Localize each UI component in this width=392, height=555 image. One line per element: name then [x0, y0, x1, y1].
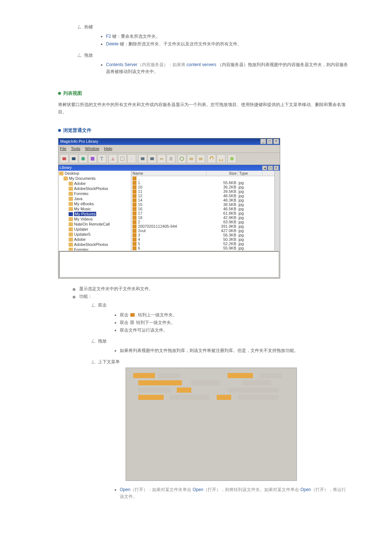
hotkey-delete: Delete 键：删除所选文件夹、子文件夹以及这些文件夹中的所有文件。: [106, 40, 348, 48]
browse-heading: 浏览普通文件: [58, 127, 348, 134]
tree-item[interactable]: Desktop: [58, 171, 131, 176]
table-row[interactable]: 1448.3KBjpg: [131, 198, 274, 202]
tree-item[interactable]: NateOn RemoteCall: [58, 222, 131, 227]
details-pane: [59, 251, 279, 278]
pane-min-button[interactable]: ◂: [262, 166, 267, 170]
tree-item[interactable]: Formtec: [58, 191, 131, 196]
scrollbar[interactable]: [274, 171, 280, 251]
table-row[interactable]: 155.6KBjpg: [131, 181, 274, 185]
svg-marker-5: [111, 157, 115, 161]
tree-item[interactable]: Java: [58, 196, 131, 201]
svg-rect-7: [130, 157, 134, 160]
open-item: Open（打开）：如果对某文件夹单击 Open（打开），则将转到该文件夹。如果对…: [120, 486, 348, 501]
tool-btn[interactable]: [217, 154, 225, 163]
library-window: MagicInfo Pro Library _ □ × File Tools W…: [58, 138, 280, 279]
minimize-button[interactable]: _: [260, 139, 266, 144]
func-item: 功能： 双击 双击 . 转到上一级文件夹。 双击 转到下一级文件夹。 双击文件可…: [73, 293, 348, 508]
tool-btn[interactable]: [148, 154, 156, 163]
pane-max-button[interactable]: □: [268, 166, 273, 170]
tool-btn[interactable]: [79, 154, 87, 163]
tree-item[interactable]: AdobeStockPhotos: [58, 186, 131, 191]
table-row[interactable]: 655.9KBjpg: [131, 246, 274, 250]
tree-item[interactable]: My Documents: [58, 176, 131, 181]
folder-up-icon: [130, 313, 135, 317]
table-row[interactable]: ..: [131, 176, 274, 181]
tool-btn[interactable]: [157, 154, 166, 163]
svg-rect-8: [141, 157, 144, 160]
table-row[interactable]: 1761.8KBjpg: [131, 211, 274, 215]
tool-btn[interactable]: [138, 154, 147, 163]
menu-bar[interactable]: File Tools Window Help: [58, 145, 280, 153]
listview-heading: 列表视图: [58, 90, 348, 97]
tree-item[interactable]: Adobe: [58, 237, 131, 242]
tool-btn[interactable]: [196, 154, 205, 163]
folder-icon: [130, 320, 134, 324]
tree-item[interactable]: My Videos: [58, 216, 131, 222]
tool-btn[interactable]: [177, 154, 186, 163]
table-row[interactable]: 1842.9KBjpg: [131, 215, 274, 220]
drag-contents-server: Contents Server（内容服务器）：如果将 content serve…: [106, 61, 348, 76]
svg-text:T: T: [100, 156, 103, 161]
tree-item[interactable]: Formtec: [58, 247, 131, 251]
title-bar[interactable]: MagicInfo Pro Library _ □ ×: [58, 138, 280, 145]
tree-item[interactable]: My Pictures: [58, 211, 131, 216]
tool-btn[interactable]: T: [98, 154, 106, 163]
dblclick-down: 双击 转到下一级文件夹。: [120, 319, 348, 327]
svg-point-2: [81, 157, 85, 161]
tree-item[interactable]: Updater: [58, 227, 131, 232]
drag-to-lib: 如果将列表视图中的文件拖放到库，则该文件将被注册到库。但是，文件夹不支持拖放功能…: [120, 347, 348, 355]
tree-item[interactable]: My eBooks: [58, 201, 131, 206]
svg-rect-10: [170, 157, 172, 161]
table-row[interactable]: 1036.2KBjpg: [131, 185, 274, 189]
svg-point-14: [230, 157, 234, 161]
close-button[interactable]: ×: [273, 139, 279, 144]
tree-item[interactable]: AdobeStockPhotos: [58, 242, 131, 247]
table-row[interactable]: 283.9KBjpg: [131, 220, 274, 224]
toolbar: T: [58, 153, 280, 165]
tool-btn[interactable]: [88, 154, 97, 163]
ctxmenu-label: 上下文菜单 Open（打开）：如果对某文件夹单击 Open（打开），则将转到该文…: [92, 358, 348, 504]
pane-close-button[interactable]: ×: [274, 166, 279, 170]
tool-btn[interactable]: [69, 154, 78, 163]
menu-file[interactable]: File: [60, 146, 66, 151]
table-row[interactable]: 552.2KBjpg: [131, 242, 274, 246]
window-title: MagicInfo Pro Library: [59, 138, 98, 145]
table-row[interactable]: 20070201112405-944391.9KBjpg: [131, 224, 274, 228]
menu-help[interactable]: Help: [104, 146, 113, 151]
table-row[interactable]: 450.3KBjpg: [131, 237, 274, 242]
drag-label2: 拖放 如果将列表视图中的文件拖放到库，则该文件将被注册到库。但是，文件夹不支持拖…: [92, 337, 348, 358]
menu-window[interactable]: Window: [85, 146, 99, 151]
tree-item[interactable]: Adobe: [58, 181, 131, 186]
table-row[interactable]: 2out427.0KBjpg: [131, 228, 274, 233]
tool-btn[interactable]: [118, 154, 127, 163]
tool-btn[interactable]: [60, 154, 69, 163]
tool-btn[interactable]: [207, 154, 216, 163]
svg-rect-12: [189, 158, 193, 160]
col-name[interactable]: Name: [131, 171, 207, 176]
file-list[interactable]: Name Size Type ..155.6KBjpg1036.2KBjpg11…: [131, 171, 274, 251]
table-row[interactable]: 1646.5KBjpg: [131, 207, 274, 211]
hotkey-f2: F2 键：重命名所选文件夹。: [106, 33, 348, 40]
col-size[interactable]: Size: [207, 171, 238, 176]
svg-rect-13: [199, 158, 203, 160]
table-row[interactable]: 1139.5KBjpg: [131, 189, 274, 194]
tree-item[interactable]: My Music: [58, 206, 131, 211]
svg-rect-6: [121, 157, 124, 161]
menu-tools[interactable]: Tools: [71, 146, 81, 151]
listview-para: 将树状窗口所选的文件夹中的所有文件夹和文件或内容服务器显示为一个列表。您可拖放项…: [58, 101, 348, 116]
bullet-icon: [58, 92, 61, 95]
tool-btn[interactable]: [187, 154, 196, 163]
folder-tree[interactable]: DesktopMy DocumentsAdobeAdobeStockPhotos…: [58, 171, 131, 251]
svg-rect-3: [91, 157, 94, 161]
col-type[interactable]: Type: [238, 171, 262, 176]
tool-btn[interactable]: [167, 154, 175, 163]
tool-btn[interactable]: [228, 154, 236, 163]
tool-btn[interactable]: [109, 154, 117, 163]
dblclick-run: 双击文件可运行该文件。: [120, 327, 348, 334]
table-row[interactable]: 1248.5KBjpg: [131, 194, 274, 198]
table-row[interactable]: 1538.5KBjpg: [131, 202, 274, 207]
maximize-button[interactable]: □: [267, 139, 273, 144]
table-row[interactable]: 356.3KBjpg: [131, 233, 274, 237]
tree-item[interactable]: Updater5: [58, 232, 131, 237]
tool-btn[interactable]: [127, 154, 136, 163]
